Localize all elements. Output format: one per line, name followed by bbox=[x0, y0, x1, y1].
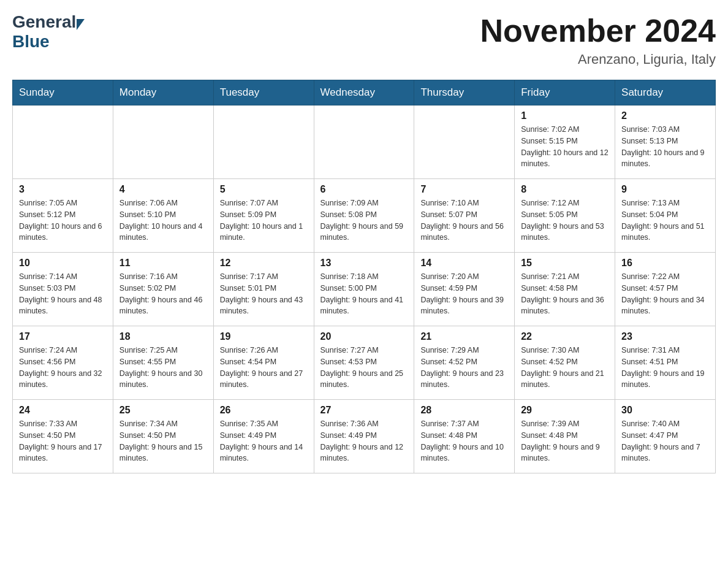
calendar-cell: 23Sunrise: 7:31 AMSunset: 4:51 PMDayligh… bbox=[615, 326, 716, 400]
day-number: 26 bbox=[220, 405, 308, 416]
calendar-cell: 5Sunrise: 7:07 AMSunset: 5:09 PMDaylight… bbox=[213, 179, 314, 253]
day-number: 5 bbox=[220, 184, 308, 195]
weekday-header-saturday: Saturday bbox=[615, 80, 716, 105]
weekday-header-tuesday: Tuesday bbox=[213, 80, 314, 105]
calendar-cell bbox=[213, 105, 314, 179]
day-number: 14 bbox=[420, 258, 508, 269]
day-number: 9 bbox=[621, 184, 709, 195]
calendar-cell: 13Sunrise: 7:18 AMSunset: 5:00 PMDayligh… bbox=[314, 253, 414, 326]
page-header: General Blue November 2024 Arenzano, Lig… bbox=[12, 12, 716, 67]
calendar-cell bbox=[13, 105, 113, 179]
day-info: Sunrise: 7:36 AMSunset: 4:49 PMDaylight:… bbox=[320, 418, 408, 464]
calendar-cell: 19Sunrise: 7:26 AMSunset: 4:54 PMDayligh… bbox=[213, 326, 314, 400]
calendar-cell bbox=[113, 105, 213, 179]
day-info: Sunrise: 7:05 AMSunset: 5:12 PMDaylight:… bbox=[19, 197, 107, 243]
calendar-week-row: 1Sunrise: 7:02 AMSunset: 5:15 PMDaylight… bbox=[13, 105, 716, 179]
calendar-cell: 21Sunrise: 7:29 AMSunset: 4:52 PMDayligh… bbox=[414, 326, 515, 400]
day-number: 24 bbox=[19, 405, 107, 416]
logo-triangle-icon bbox=[77, 19, 85, 30]
day-info: Sunrise: 7:10 AMSunset: 5:07 PMDaylight:… bbox=[420, 197, 508, 243]
day-info: Sunrise: 7:35 AMSunset: 4:49 PMDaylight:… bbox=[220, 418, 308, 464]
day-number: 6 bbox=[320, 184, 408, 195]
day-number: 29 bbox=[521, 405, 609, 416]
calendar-week-row: 3Sunrise: 7:05 AMSunset: 5:12 PMDaylight… bbox=[13, 179, 716, 253]
calendar-cell: 16Sunrise: 7:22 AMSunset: 4:57 PMDayligh… bbox=[615, 253, 716, 326]
calendar-cell bbox=[314, 105, 414, 179]
day-info: Sunrise: 7:20 AMSunset: 4:59 PMDaylight:… bbox=[420, 271, 508, 317]
logo-general-text: General bbox=[12, 12, 76, 32]
calendar-week-row: 24Sunrise: 7:33 AMSunset: 4:50 PMDayligh… bbox=[13, 400, 716, 473]
day-info: Sunrise: 7:02 AMSunset: 5:15 PMDaylight:… bbox=[521, 124, 609, 170]
calendar-cell: 27Sunrise: 7:36 AMSunset: 4:49 PMDayligh… bbox=[314, 400, 414, 473]
calendar-table: SundayMondayTuesdayWednesdayThursdayFrid… bbox=[12, 80, 716, 473]
logo: General Blue bbox=[12, 12, 85, 52]
day-number: 28 bbox=[420, 405, 508, 416]
calendar-cell: 10Sunrise: 7:14 AMSunset: 5:03 PMDayligh… bbox=[13, 253, 113, 326]
day-number: 7 bbox=[420, 184, 508, 195]
day-number: 19 bbox=[220, 331, 308, 342]
calendar-cell: 2Sunrise: 7:03 AMSunset: 5:13 PMDaylight… bbox=[615, 105, 716, 179]
weekday-header-wednesday: Wednesday bbox=[314, 80, 414, 105]
day-number: 11 bbox=[119, 258, 207, 269]
day-number: 18 bbox=[119, 331, 207, 342]
day-info: Sunrise: 7:18 AMSunset: 5:00 PMDaylight:… bbox=[320, 271, 408, 317]
calendar-cell: 11Sunrise: 7:16 AMSunset: 5:02 PMDayligh… bbox=[113, 253, 213, 326]
day-info: Sunrise: 7:17 AMSunset: 5:01 PMDaylight:… bbox=[220, 271, 308, 317]
day-info: Sunrise: 7:33 AMSunset: 4:50 PMDaylight:… bbox=[19, 418, 107, 464]
day-number: 12 bbox=[220, 258, 308, 269]
day-number: 20 bbox=[320, 331, 408, 342]
title-section: November 2024 Arenzano, Liguria, Italy bbox=[480, 12, 716, 67]
calendar-week-row: 17Sunrise: 7:24 AMSunset: 4:56 PMDayligh… bbox=[13, 326, 716, 400]
day-number: 22 bbox=[521, 331, 609, 342]
weekday-header-sunday: Sunday bbox=[13, 80, 113, 105]
calendar-cell: 3Sunrise: 7:05 AMSunset: 5:12 PMDaylight… bbox=[13, 179, 113, 253]
day-info: Sunrise: 7:12 AMSunset: 5:05 PMDaylight:… bbox=[521, 197, 609, 243]
calendar-cell: 6Sunrise: 7:09 AMSunset: 5:08 PMDaylight… bbox=[314, 179, 414, 253]
day-info: Sunrise: 7:13 AMSunset: 5:04 PMDaylight:… bbox=[621, 197, 709, 243]
day-info: Sunrise: 7:27 AMSunset: 4:53 PMDaylight:… bbox=[320, 345, 408, 391]
day-info: Sunrise: 7:34 AMSunset: 4:50 PMDaylight:… bbox=[119, 418, 207, 464]
calendar-cell: 22Sunrise: 7:30 AMSunset: 4:52 PMDayligh… bbox=[515, 326, 615, 400]
calendar-cell: 15Sunrise: 7:21 AMSunset: 4:58 PMDayligh… bbox=[515, 253, 615, 326]
day-info: Sunrise: 7:25 AMSunset: 4:55 PMDaylight:… bbox=[119, 345, 207, 391]
day-number: 10 bbox=[19, 258, 107, 269]
calendar-cell: 28Sunrise: 7:37 AMSunset: 4:48 PMDayligh… bbox=[414, 400, 515, 473]
day-info: Sunrise: 7:29 AMSunset: 4:52 PMDaylight:… bbox=[420, 345, 508, 391]
day-number: 30 bbox=[621, 405, 709, 416]
calendar-cell: 4Sunrise: 7:06 AMSunset: 5:10 PMDaylight… bbox=[113, 179, 213, 253]
weekday-header-monday: Monday bbox=[113, 80, 213, 105]
day-info: Sunrise: 7:31 AMSunset: 4:51 PMDaylight:… bbox=[621, 345, 709, 391]
calendar-week-row: 10Sunrise: 7:14 AMSunset: 5:03 PMDayligh… bbox=[13, 253, 716, 326]
day-info: Sunrise: 7:03 AMSunset: 5:13 PMDaylight:… bbox=[621, 124, 709, 170]
day-info: Sunrise: 7:07 AMSunset: 5:09 PMDaylight:… bbox=[220, 197, 308, 243]
day-info: Sunrise: 7:26 AMSunset: 4:54 PMDaylight:… bbox=[220, 345, 308, 391]
day-info: Sunrise: 7:09 AMSunset: 5:08 PMDaylight:… bbox=[320, 197, 408, 243]
calendar-cell: 17Sunrise: 7:24 AMSunset: 4:56 PMDayligh… bbox=[13, 326, 113, 400]
calendar-cell: 18Sunrise: 7:25 AMSunset: 4:55 PMDayligh… bbox=[113, 326, 213, 400]
day-number: 17 bbox=[19, 331, 107, 342]
calendar-cell: 29Sunrise: 7:39 AMSunset: 4:48 PMDayligh… bbox=[515, 400, 615, 473]
day-number: 16 bbox=[621, 258, 709, 269]
day-number: 27 bbox=[320, 405, 408, 416]
calendar-cell: 25Sunrise: 7:34 AMSunset: 4:50 PMDayligh… bbox=[113, 400, 213, 473]
day-info: Sunrise: 7:30 AMSunset: 4:52 PMDaylight:… bbox=[521, 345, 609, 391]
location-text: Arenzano, Liguria, Italy bbox=[480, 52, 716, 67]
calendar-cell: 26Sunrise: 7:35 AMSunset: 4:49 PMDayligh… bbox=[213, 400, 314, 473]
day-info: Sunrise: 7:21 AMSunset: 4:58 PMDaylight:… bbox=[521, 271, 609, 317]
day-number: 3 bbox=[19, 184, 107, 195]
calendar-cell: 14Sunrise: 7:20 AMSunset: 4:59 PMDayligh… bbox=[414, 253, 515, 326]
weekday-header-row: SundayMondayTuesdayWednesdayThursdayFrid… bbox=[13, 80, 716, 105]
day-info: Sunrise: 7:16 AMSunset: 5:02 PMDaylight:… bbox=[119, 271, 207, 317]
calendar-cell: 12Sunrise: 7:17 AMSunset: 5:01 PMDayligh… bbox=[213, 253, 314, 326]
calendar-cell: 1Sunrise: 7:02 AMSunset: 5:15 PMDaylight… bbox=[515, 105, 615, 179]
weekday-header-friday: Friday bbox=[515, 80, 615, 105]
day-number: 25 bbox=[119, 405, 207, 416]
day-info: Sunrise: 7:06 AMSunset: 5:10 PMDaylight:… bbox=[119, 197, 207, 243]
day-number: 21 bbox=[420, 331, 508, 342]
day-number: 2 bbox=[621, 110, 709, 121]
weekday-header-thursday: Thursday bbox=[414, 80, 515, 105]
day-info: Sunrise: 7:40 AMSunset: 4:47 PMDaylight:… bbox=[621, 418, 709, 464]
day-number: 4 bbox=[119, 184, 207, 195]
day-info: Sunrise: 7:22 AMSunset: 4:57 PMDaylight:… bbox=[621, 271, 709, 317]
calendar-cell bbox=[414, 105, 515, 179]
